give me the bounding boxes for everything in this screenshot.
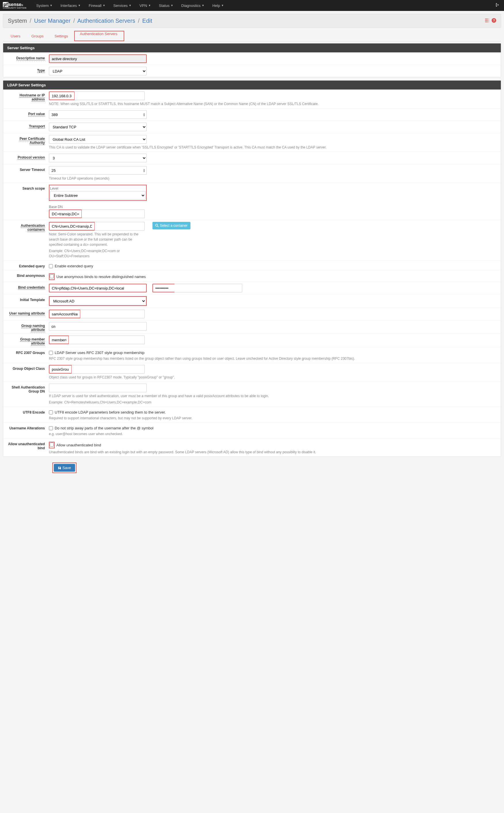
nav-services[interactable]: Services▼ bbox=[109, 0, 135, 11]
tab-authservers[interactable]: Authentication Servers bbox=[75, 28, 123, 39]
bindanon-cblabel: Use anonymous binds to resolve distingui… bbox=[56, 274, 146, 279]
nav-menu: System▼ Interfaces▼ Firewall▼ Services▼ … bbox=[32, 0, 492, 11]
help-icon[interactable]: ? bbox=[492, 18, 496, 24]
hostname-input-ext[interactable] bbox=[75, 91, 145, 100]
userattr-input[interactable] bbox=[49, 310, 81, 318]
nav-interfaces[interactable]: Interfaces▼ bbox=[56, 0, 85, 11]
bc-system: System bbox=[8, 18, 27, 24]
protocol-select[interactable]: 3 bbox=[49, 154, 147, 162]
unauth-cblabel: Allow unauthenticated bind bbox=[56, 443, 101, 447]
nav-status[interactable]: Status▼ bbox=[155, 0, 177, 11]
select-container-button[interactable]: Select a container bbox=[152, 222, 190, 229]
label-port: Port value bbox=[7, 110, 49, 116]
panel-server-settings: Server Settings Descriptive name Type LD… bbox=[3, 43, 501, 77]
brand-logo: pfpfsensesense® COMMUNITY EDITION bbox=[3, 2, 26, 9]
basedn-input-ext[interactable] bbox=[82, 209, 145, 218]
label-initial-template: Initial Template bbox=[7, 296, 49, 302]
bc-authservers[interactable]: Authentication Servers bbox=[77, 18, 135, 24]
help-useralter: e.g. user@host becomes user when uncheck… bbox=[49, 432, 497, 437]
breadcrumb-bar: System / User Manager / Authentication S… bbox=[3, 14, 501, 28]
tab-settings[interactable]: Settings bbox=[50, 31, 73, 41]
basedn-input[interactable] bbox=[49, 209, 82, 218]
label-shelldn: Shell Authentication Group DN bbox=[7, 383, 49, 393]
label-descriptive-name: Descriptive name bbox=[7, 54, 49, 60]
port-input[interactable] bbox=[49, 110, 147, 119]
label-user-attr: User naming attribute bbox=[7, 310, 49, 315]
descriptive-name-input[interactable] bbox=[49, 54, 147, 63]
svg-rect-4 bbox=[488, 20, 489, 21]
spinner-icon[interactable]: ▲▼ bbox=[143, 112, 146, 117]
timeout-input[interactable] bbox=[49, 166, 147, 175]
help-groupclass: Object class used for groups in RFC2307 … bbox=[49, 375, 497, 380]
level-select[interactable]: Entire Subtree bbox=[50, 191, 146, 200]
svg-rect-3 bbox=[488, 19, 489, 19]
authcontainers-input[interactable] bbox=[49, 222, 95, 230]
shelldn-input[interactable] bbox=[49, 383, 147, 392]
tabs: Users Groups Settings Authentication Ser… bbox=[3, 31, 501, 41]
label-timeout: Server Timeout bbox=[7, 166, 49, 172]
svg-rect-0 bbox=[485, 19, 488, 19]
peer-ca-select[interactable]: Global Root CA List bbox=[49, 135, 147, 144]
memberattr-input-ext[interactable] bbox=[69, 335, 145, 344]
extquery-cblabel: Enable extended query bbox=[55, 264, 93, 268]
help-timeout: Timeout for LDAP operations (seconds) bbox=[49, 176, 497, 181]
bindcred-pass-ext[interactable] bbox=[174, 284, 242, 292]
groupclass-input[interactable] bbox=[49, 365, 72, 373]
top-navbar: pfpfsensesense® COMMUNITY EDITION System… bbox=[0, 0, 504, 11]
bc-edit[interactable]: Edit bbox=[142, 18, 152, 24]
rfc2307-checkbox[interactable] bbox=[49, 351, 53, 355]
help-authcontainers2: Example: CN=Users;DC=example;DC=com or O… bbox=[49, 248, 147, 259]
type-select[interactable]: LDAP bbox=[49, 67, 147, 75]
transport-select[interactable]: Standard TCP bbox=[49, 123, 147, 131]
hostname-input[interactable] bbox=[49, 91, 75, 100]
nav-firewall[interactable]: Firewall▼ bbox=[85, 0, 109, 11]
spinner-icon[interactable]: ▲▼ bbox=[143, 168, 146, 172]
panel-header: Server Settings bbox=[3, 43, 501, 52]
help-peer-ca: This CA is used to validate the LDAP ser… bbox=[49, 145, 497, 150]
extquery-checkbox[interactable] bbox=[49, 264, 53, 268]
utf8-cblabel: UTF8 encode LDAP parameters before sendi… bbox=[55, 410, 166, 415]
initial-template-select[interactable]: Microsoft AD bbox=[49, 297, 146, 305]
save-button[interactable]: Save bbox=[54, 464, 75, 472]
svg-point-8 bbox=[156, 224, 158, 226]
nav-diagnostics[interactable]: Diagnostics▼ bbox=[177, 0, 208, 11]
tab-users[interactable]: Users bbox=[6, 31, 25, 41]
breadcrumb: System / User Manager / Authentication S… bbox=[8, 18, 152, 24]
label-transport: Transport bbox=[7, 123, 49, 128]
bc-usermanager[interactable]: User Manager bbox=[34, 18, 70, 24]
sublabel-level: Level bbox=[50, 186, 146, 190]
label-extended-query: Extended query bbox=[7, 262, 49, 268]
memberattr-input[interactable] bbox=[49, 335, 69, 344]
panel-ldap-settings: LDAP Server Settings Hostname or IP addr… bbox=[3, 80, 501, 457]
groupattr-input[interactable] bbox=[49, 322, 147, 331]
help-shelldn: If LDAP server is used for shell authent… bbox=[49, 393, 497, 398]
tab-groups[interactable]: Groups bbox=[26, 31, 49, 41]
nav-vpn[interactable]: VPN▼ bbox=[135, 0, 155, 11]
useralter-checkbox[interactable] bbox=[49, 426, 53, 430]
label-groupclass: Group Object Class bbox=[7, 365, 49, 371]
bindcred-pass-input[interactable] bbox=[152, 284, 175, 292]
nav-system[interactable]: System▼ bbox=[32, 0, 56, 11]
help-hostname: NOTE: When using SSL/TLS or STARTTLS, th… bbox=[49, 101, 497, 106]
help-shelldn2: Example: CN=Remoteshellusers,CN=Users,DC… bbox=[49, 400, 497, 405]
unauth-checkbox[interactable] bbox=[50, 443, 54, 447]
bindcred-user-input[interactable] bbox=[49, 284, 147, 292]
shortcuts-icon[interactable] bbox=[485, 18, 489, 24]
svg-line-9 bbox=[158, 226, 159, 227]
label-type: Type bbox=[7, 67, 49, 72]
help-rfc2307: RFC 2307 style group membership has memb… bbox=[49, 356, 497, 361]
logout-icon[interactable] bbox=[492, 3, 501, 8]
utf8-checkbox[interactable] bbox=[49, 411, 53, 415]
useralter-cblabel: Do not strip away parts of the username … bbox=[55, 426, 153, 430]
groupclass-input-ext[interactable] bbox=[72, 365, 145, 373]
help-utf8: Required to support international charac… bbox=[49, 416, 497, 421]
label-protocol: Protocol version bbox=[7, 154, 49, 159]
authcontainers-input-ext[interactable] bbox=[95, 222, 145, 230]
bindanon-checkbox[interactable] bbox=[50, 274, 54, 278]
label-auth-containers: Authentication containers bbox=[7, 222, 49, 232]
userattr-input-ext[interactable] bbox=[80, 310, 145, 318]
svg-rect-2 bbox=[485, 22, 488, 22]
label-group-attr: Group naming attribute bbox=[7, 322, 49, 332]
label-hostname: Hostname or IP address bbox=[7, 91, 49, 101]
nav-help[interactable]: Help▼ bbox=[208, 0, 228, 11]
